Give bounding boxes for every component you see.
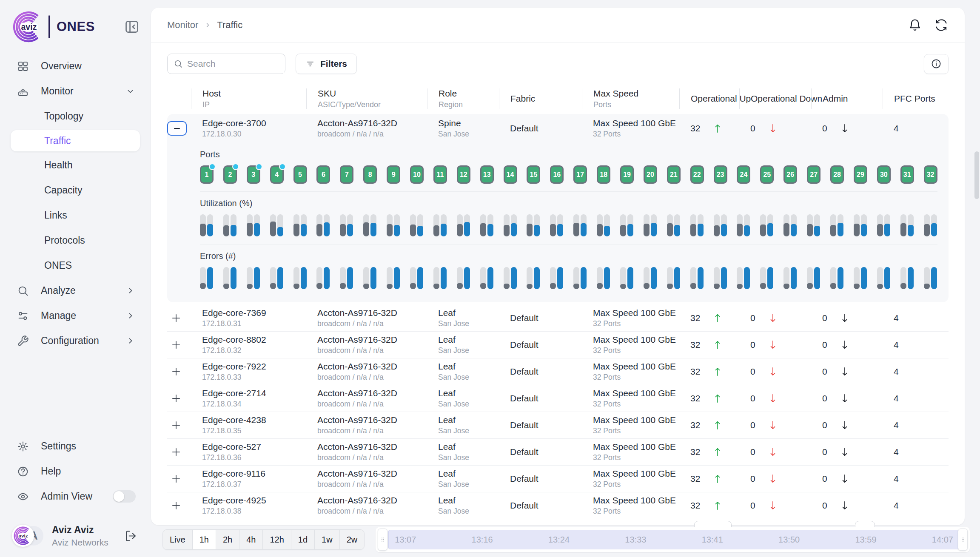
arrow-down-icon [767, 339, 778, 351]
port-chip-5[interactable]: 5 [293, 165, 307, 184]
table-row-edge-core-7369[interactable]: Edge-core-7369172.18.0.31Accton-As9716-3… [167, 305, 949, 332]
logout-icon[interactable] [124, 529, 137, 543]
port-chip-11[interactable]: 11 [433, 165, 447, 184]
port-chip-4[interactable]: 4 [270, 165, 284, 184]
sidebar-item-settings[interactable]: Settings [0, 434, 151, 459]
timeline-band[interactable]: 13:0713:1613:2413:3313:4113:5013:5914:07 [388, 530, 963, 549]
port-chip-22[interactable]: 22 [690, 165, 704, 184]
refresh-icon[interactable] [935, 19, 948, 31]
timeline-right-handle[interactable] [958, 529, 968, 551]
port-chip-1[interactable]: 1 [200, 165, 214, 184]
sidebar-item-admin-view[interactable]: Admin View [0, 484, 151, 509]
expand-row-button[interactable] [170, 392, 182, 405]
table-row-edge-core-7922[interactable]: Edge-core-7922172.18.0.33Accton-As9716-3… [167, 358, 949, 385]
port-chip-29[interactable]: 29 [854, 165, 867, 184]
expand-row-button[interactable] [170, 472, 182, 485]
sidebar-item-capacity[interactable]: Capacity [0, 178, 151, 203]
sidebar-item-traffic[interactable]: Traffic [11, 130, 140, 151]
search-input[interactable] [187, 59, 279, 69]
port-active-dot [256, 163, 262, 170]
sidebar-item-links[interactable]: Links [0, 203, 151, 228]
sidebar-item-manage[interactable]: Manage [0, 303, 151, 328]
arrow-down-icon [839, 339, 850, 351]
port-chip-32[interactable]: 32 [924, 165, 937, 184]
table-row-edge-core-3700[interactable]: Edge-core-3700172.18.0.30Accton-As9716-3… [167, 114, 949, 143]
table-row-edge-core-4238[interactable]: Edge-core-4238172.18.0.35Accton-As9716-3… [167, 412, 949, 439]
info-button[interactable] [924, 54, 949, 74]
port-chip-28[interactable]: 28 [830, 165, 844, 184]
vertical-scrollbar-thumb[interactable] [974, 151, 979, 199]
port-chip-26[interactable]: 26 [783, 165, 797, 184]
port-chip-8[interactable]: 8 [363, 165, 377, 184]
breadcrumb-parent[interactable]: Monitor [167, 20, 198, 31]
port-chip-24[interactable]: 24 [737, 165, 750, 184]
sidebar-item-protocols[interactable]: Protocols [0, 228, 151, 253]
time-range-12h[interactable]: 12h [262, 530, 291, 549]
time-range-live[interactable]: Live [163, 530, 192, 549]
filters-label: Filters [320, 59, 347, 69]
port-chip-15[interactable]: 15 [527, 165, 540, 184]
table-row-edge-core-9116[interactable]: Edge-core-9116172.18.0.37Accton-As9716-3… [167, 466, 949, 492]
table-row-edge-core-8802[interactable]: Edge-core-8802172.18.0.32Accton-As9716-3… [167, 332, 949, 358]
expand-row-button[interactable] [170, 312, 182, 324]
sidebar-item-analyze[interactable]: Analyze [0, 278, 151, 303]
errors-bars-port-3 [247, 267, 260, 289]
port-chip-21[interactable]: 21 [667, 165, 681, 184]
sidebar-item-help[interactable]: Help [0, 459, 151, 484]
table-row-edge-core-2714[interactable]: Edge-core-2714172.18.0.34Accton-As9716-3… [167, 385, 949, 412]
time-range-1w[interactable]: 1w [314, 530, 339, 549]
chevron-right-icon [125, 310, 136, 321]
port-chip-17[interactable]: 17 [573, 165, 587, 184]
port-chip-31[interactable]: 31 [900, 165, 914, 184]
port-chip-20[interactable]: 20 [644, 165, 657, 184]
sidebar-item-ones[interactable]: ONES [0, 253, 151, 278]
expand-row-button[interactable] [170, 499, 182, 512]
port-chip-18[interactable]: 18 [597, 165, 610, 184]
table-row-edge-core-527[interactable]: Edge-core-527172.18.0.36Accton-As9716-32… [167, 439, 949, 466]
port-chip-19[interactable]: 19 [620, 165, 634, 184]
expand-row-button[interactable] [170, 365, 182, 378]
collapse-sidebar-icon[interactable] [124, 19, 140, 35]
timeline-time-label: 13:07 [395, 535, 416, 545]
sidebar-item-overview[interactable]: Overview [0, 54, 151, 79]
port-chip-7[interactable]: 7 [340, 165, 353, 184]
sidebar-item-monitor[interactable]: Monitor [0, 79, 151, 104]
role-cell: LeafSan Jose [427, 308, 499, 328]
search-box[interactable] [167, 54, 285, 74]
sidebar-item-topology[interactable]: Topology [0, 104, 151, 129]
role-cell: LeafSan Jose [427, 415, 499, 435]
time-range-2w[interactable]: 2w [339, 530, 365, 549]
device-icon [17, 85, 29, 97]
port-chip-14[interactable]: 14 [504, 165, 517, 184]
sidebar-item-health[interactable]: Health [0, 153, 151, 178]
port-chip-9[interactable]: 9 [387, 165, 400, 184]
port-chip-16[interactable]: 16 [550, 165, 564, 184]
filters-button[interactable]: Filters [296, 54, 357, 74]
port-chip-3[interactable]: 3 [247, 165, 260, 184]
time-range-4h[interactable]: 4h [239, 530, 262, 549]
collapse-row-button[interactable] [167, 121, 187, 136]
time-range-2h[interactable]: 2h [216, 530, 239, 549]
port-chip-23[interactable]: 23 [714, 165, 727, 184]
table-row-edge-core-4925[interactable]: Edge-core-4925172.18.0.38Accton-As9716-3… [167, 492, 949, 519]
port-chip-10[interactable]: 10 [410, 165, 424, 184]
port-chip-25[interactable]: 25 [760, 165, 774, 184]
port-chip-6[interactable]: 6 [316, 165, 330, 184]
port-chip-12[interactable]: 12 [457, 165, 470, 184]
port-chip-27[interactable]: 27 [807, 165, 820, 184]
port-chip-30[interactable]: 30 [877, 165, 891, 184]
expand-row-button[interactable] [170, 419, 182, 432]
expand-row-button[interactable] [170, 446, 182, 458]
sidebar-item-label: Settings [41, 440, 76, 452]
role-cell: LeafSan Jose [427, 361, 499, 382]
notifications-bell-icon[interactable] [909, 19, 921, 31]
time-range-1d[interactable]: 1d [291, 530, 314, 549]
sidebar-item-configuration[interactable]: Configuration [0, 328, 151, 353]
admin-view-toggle[interactable] [113, 490, 136, 503]
port-chip-13[interactable]: 13 [480, 165, 494, 184]
utilization-bars-port-31 [900, 214, 914, 236]
port-chip-2[interactable]: 2 [223, 165, 237, 184]
time-range-1h[interactable]: 1h [192, 530, 216, 549]
expand-row-button[interactable] [170, 338, 182, 351]
timeline-left-handle[interactable] [378, 529, 387, 551]
